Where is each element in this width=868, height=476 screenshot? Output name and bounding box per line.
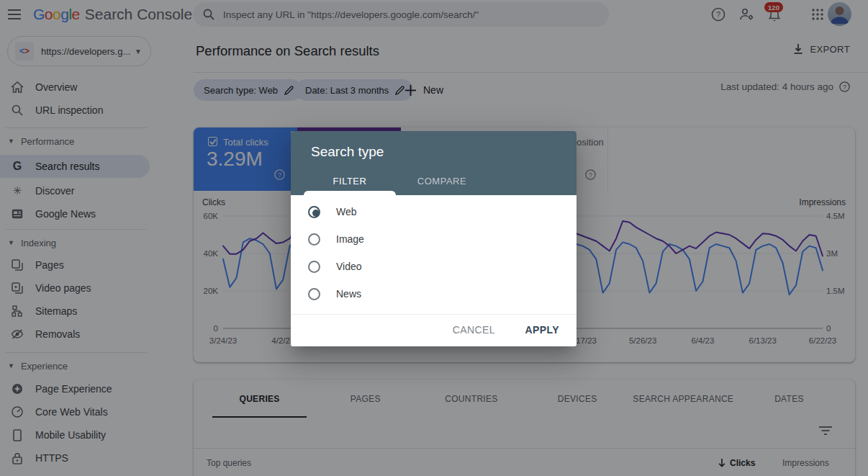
radio-option-news[interactable]: News bbox=[308, 285, 553, 302]
app-window: Google Search Console Inspect any URL in… bbox=[0, 0, 868, 476]
radio-unselected-icon bbox=[308, 288, 320, 300]
cancel-button[interactable]: CANCEL bbox=[453, 324, 495, 336]
radio-option-image[interactable]: Image bbox=[308, 230, 553, 248]
active-tab-indicator bbox=[304, 191, 396, 195]
radio-selected-icon bbox=[308, 206, 320, 218]
radio-unselected-icon bbox=[308, 233, 320, 246]
dialog-title: Search type bbox=[311, 144, 384, 160]
radio-option-video[interactable]: Video bbox=[308, 258, 553, 275]
dialog-tab-filter[interactable]: FILTER bbox=[304, 171, 396, 191]
dialog-tab-compare[interactable]: COMPARE bbox=[396, 171, 488, 191]
search-type-dialog: Search type FILTER COMPARE Web Image Vid… bbox=[291, 131, 577, 346]
radio-unselected-icon bbox=[308, 261, 320, 273]
apply-button[interactable]: APPLY bbox=[525, 324, 559, 336]
radio-option-web[interactable]: Web bbox=[308, 203, 553, 220]
dialog-footer: CANCEL APPLY bbox=[291, 314, 577, 346]
dialog-header: Search type FILTER COMPARE bbox=[291, 131, 577, 195]
